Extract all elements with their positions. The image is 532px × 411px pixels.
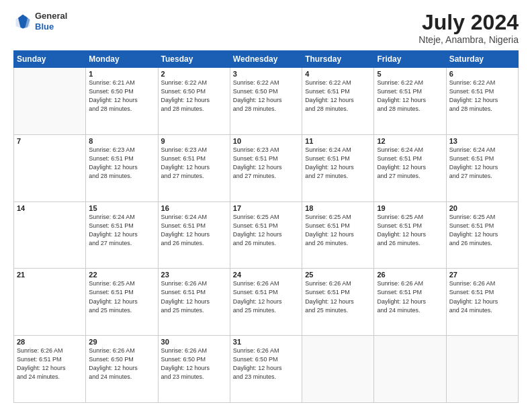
- day-number: 27: [449, 271, 515, 279]
- calendar-day-cell: 15Sunrise: 6:24 AM Sunset: 6:51 PM Dayli…: [86, 201, 158, 269]
- day-info: Sunrise: 6:26 AM Sunset: 6:51 PM Dayligh…: [161, 279, 227, 314]
- day-number: 25: [305, 271, 371, 279]
- day-info: Sunrise: 6:26 AM Sunset: 6:50 PM Dayligh…: [233, 347, 299, 381]
- day-number: 20: [449, 204, 515, 212]
- day-number: 7: [17, 137, 83, 145]
- day-number: 29: [89, 338, 154, 346]
- calendar-week-row: 1415Sunrise: 6:24 AM Sunset: 6:51 PM Day…: [14, 201, 519, 269]
- day-info: Sunrise: 6:25 AM Sunset: 6:51 PM Dayligh…: [233, 213, 299, 248]
- calendar-header-cell: Monday: [86, 51, 158, 68]
- day-info: Sunrise: 6:26 AM Sunset: 6:50 PM Dayligh…: [161, 347, 227, 381]
- calendar-table: SundayMondayTuesdayWednesdayThursdayFrid…: [13, 50, 519, 403]
- calendar-day-cell: [374, 336, 446, 403]
- calendar-day-cell: 16Sunrise: 6:24 AM Sunset: 6:51 PM Dayli…: [158, 201, 230, 269]
- day-number: 21: [17, 271, 83, 279]
- calendar-header-cell: Wednesday: [230, 51, 302, 68]
- day-info: Sunrise: 6:24 AM Sunset: 6:51 PM Dayligh…: [377, 146, 443, 181]
- logo-icon: [13, 12, 32, 31]
- day-number: 10: [233, 137, 299, 145]
- day-number: 28: [17, 338, 83, 346]
- calendar-day-cell: 24Sunrise: 6:26 AM Sunset: 6:51 PM Dayli…: [230, 269, 302, 336]
- calendar-day-cell: 3Sunrise: 6:22 AM Sunset: 6:50 PM Daylig…: [230, 68, 302, 135]
- day-info: Sunrise: 6:25 AM Sunset: 6:51 PM Dayligh…: [377, 213, 443, 248]
- day-number: 14: [17, 204, 83, 212]
- day-number: 9: [161, 137, 227, 145]
- day-number: 15: [89, 204, 154, 212]
- day-number: 22: [89, 271, 154, 279]
- day-info: Sunrise: 6:26 AM Sunset: 6:51 PM Dayligh…: [377, 279, 443, 314]
- calendar-day-cell: 2Sunrise: 6:22 AM Sunset: 6:50 PM Daylig…: [158, 68, 230, 135]
- logo-text: General Blue: [35, 11, 67, 32]
- day-number: 12: [377, 137, 443, 145]
- day-info: Sunrise: 6:22 AM Sunset: 6:51 PM Dayligh…: [377, 79, 443, 113]
- day-number: 13: [449, 137, 515, 145]
- calendar-day-cell: 7: [14, 134, 86, 201]
- calendar-day-cell: 28Sunrise: 6:26 AM Sunset: 6:51 PM Dayli…: [14, 336, 86, 403]
- day-number: 1: [89, 70, 154, 78]
- day-info: Sunrise: 6:26 AM Sunset: 6:51 PM Dayligh…: [233, 279, 299, 314]
- day-number: 17: [233, 204, 299, 212]
- calendar-day-cell: 17Sunrise: 6:25 AM Sunset: 6:51 PM Dayli…: [230, 201, 302, 269]
- calendar-day-cell: 1Sunrise: 6:21 AM Sunset: 6:50 PM Daylig…: [86, 68, 158, 135]
- calendar-week-row: 2122Sunrise: 6:25 AM Sunset: 6:51 PM Day…: [14, 269, 519, 336]
- day-number: 3: [233, 70, 299, 78]
- calendar-week-row: 28Sunrise: 6:26 AM Sunset: 6:51 PM Dayli…: [14, 336, 519, 403]
- day-info: Sunrise: 6:24 AM Sunset: 6:51 PM Dayligh…: [161, 213, 227, 248]
- calendar-header-cell: Friday: [374, 51, 446, 68]
- calendar-day-cell: 11Sunrise: 6:24 AM Sunset: 6:51 PM Dayli…: [302, 134, 374, 201]
- calendar-day-cell: 18Sunrise: 6:25 AM Sunset: 6:51 PM Dayli…: [302, 201, 374, 269]
- day-number: 5: [377, 70, 443, 78]
- calendar-day-cell: 9Sunrise: 6:23 AM Sunset: 6:51 PM Daylig…: [158, 134, 230, 201]
- calendar-day-cell: 27Sunrise: 6:26 AM Sunset: 6:51 PM Dayli…: [446, 269, 518, 336]
- calendar-day-cell: 5Sunrise: 6:22 AM Sunset: 6:51 PM Daylig…: [374, 68, 446, 135]
- calendar-header-row: SundayMondayTuesdayWednesdayThursdayFrid…: [14, 51, 519, 68]
- calendar-week-row: 78Sunrise: 6:23 AM Sunset: 6:51 PM Dayli…: [14, 134, 519, 201]
- page: General Blue July 2024 Nteje, Anambra, N…: [0, 0, 532, 411]
- day-info: Sunrise: 6:22 AM Sunset: 6:51 PM Dayligh…: [305, 79, 371, 113]
- day-info: Sunrise: 6:26 AM Sunset: 6:51 PM Dayligh…: [305, 279, 371, 314]
- day-number: 4: [305, 70, 371, 78]
- day-info: Sunrise: 6:22 AM Sunset: 6:51 PM Dayligh…: [449, 79, 515, 113]
- day-number: 2: [161, 70, 227, 78]
- day-number: 23: [161, 271, 227, 279]
- calendar-day-cell: 23Sunrise: 6:26 AM Sunset: 6:51 PM Dayli…: [158, 269, 230, 336]
- day-info: Sunrise: 6:25 AM Sunset: 6:51 PM Dayligh…: [449, 213, 515, 248]
- calendar-header-cell: Thursday: [302, 51, 374, 68]
- day-info: Sunrise: 6:21 AM Sunset: 6:50 PM Dayligh…: [89, 79, 154, 113]
- day-info: Sunrise: 6:23 AM Sunset: 6:51 PM Dayligh…: [161, 146, 227, 181]
- day-info: Sunrise: 6:23 AM Sunset: 6:51 PM Dayligh…: [89, 146, 154, 181]
- calendar-week-row: 1Sunrise: 6:21 AM Sunset: 6:50 PM Daylig…: [14, 68, 519, 135]
- calendar-day-cell: 25Sunrise: 6:26 AM Sunset: 6:51 PM Dayli…: [302, 269, 374, 336]
- calendar-day-cell: 19Sunrise: 6:25 AM Sunset: 6:51 PM Dayli…: [374, 201, 446, 269]
- calendar-subtitle: Nteje, Anambra, Nigeria: [418, 34, 519, 45]
- day-number: 8: [89, 137, 154, 145]
- day-number: 31: [233, 338, 299, 346]
- day-info: Sunrise: 6:25 AM Sunset: 6:51 PM Dayligh…: [305, 213, 371, 248]
- day-number: 26: [377, 271, 443, 279]
- calendar-day-cell: 26Sunrise: 6:26 AM Sunset: 6:51 PM Dayli…: [374, 269, 446, 336]
- day-info: Sunrise: 6:22 AM Sunset: 6:50 PM Dayligh…: [233, 79, 299, 113]
- calendar-day-cell: 4Sunrise: 6:22 AM Sunset: 6:51 PM Daylig…: [302, 68, 374, 135]
- day-info: Sunrise: 6:26 AM Sunset: 6:51 PM Dayligh…: [449, 279, 515, 314]
- calendar-day-cell: 31Sunrise: 6:26 AM Sunset: 6:50 PM Dayli…: [230, 336, 302, 403]
- day-info: Sunrise: 6:26 AM Sunset: 6:51 PM Dayligh…: [17, 347, 83, 381]
- calendar-title: July 2024: [418, 11, 519, 34]
- calendar-header-cell: Sunday: [14, 51, 86, 68]
- day-info: Sunrise: 6:23 AM Sunset: 6:51 PM Dayligh…: [233, 146, 299, 181]
- day-number: 24: [233, 271, 299, 279]
- calendar-day-cell: 20Sunrise: 6:25 AM Sunset: 6:51 PM Dayli…: [446, 201, 518, 269]
- day-number: 30: [161, 338, 227, 346]
- day-info: Sunrise: 6:24 AM Sunset: 6:51 PM Dayligh…: [305, 146, 371, 181]
- day-number: 16: [161, 204, 227, 212]
- day-number: 6: [449, 70, 515, 78]
- day-number: 18: [305, 204, 371, 212]
- title-block: July 2024 Nteje, Anambra, Nigeria: [418, 11, 519, 45]
- day-number: 11: [305, 137, 371, 145]
- calendar-day-cell: 22Sunrise: 6:25 AM Sunset: 6:51 PM Dayli…: [86, 269, 158, 336]
- day-info: Sunrise: 6:26 AM Sunset: 6:50 PM Dayligh…: [89, 347, 154, 381]
- day-info: Sunrise: 6:24 AM Sunset: 6:51 PM Dayligh…: [449, 146, 515, 181]
- calendar-day-cell: 8Sunrise: 6:23 AM Sunset: 6:51 PM Daylig…: [86, 134, 158, 201]
- header: General Blue July 2024 Nteje, Anambra, N…: [13, 11, 519, 45]
- day-info: Sunrise: 6:24 AM Sunset: 6:51 PM Dayligh…: [89, 213, 154, 248]
- calendar-day-cell: 10Sunrise: 6:23 AM Sunset: 6:51 PM Dayli…: [230, 134, 302, 201]
